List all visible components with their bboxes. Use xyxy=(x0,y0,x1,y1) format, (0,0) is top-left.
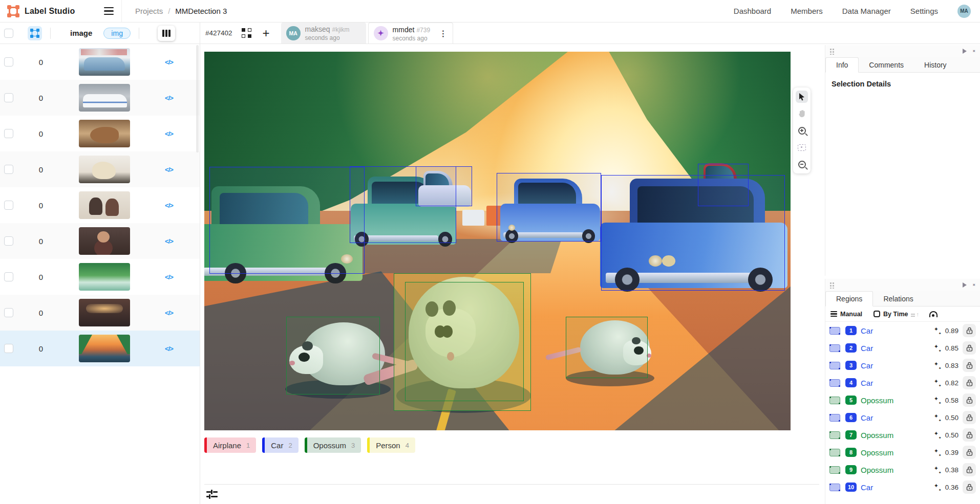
kebab-menu-icon[interactable]: ⋮ xyxy=(439,29,448,38)
region-bbox-car-1[interactable] xyxy=(601,175,784,291)
region-row-10[interactable]: 10Car0.36 xyxy=(825,478,980,496)
task-checkbox[interactable] xyxy=(4,344,13,353)
lock-region-icon[interactable] xyxy=(963,324,976,337)
region-row-2[interactable]: 2Car0.85 xyxy=(825,339,980,357)
breadcrumb-projects[interactable]: Projects xyxy=(135,7,163,15)
region-bbox-car-10[interactable] xyxy=(698,164,748,206)
grid-view-icon[interactable] xyxy=(242,28,251,38)
menu-icon[interactable] xyxy=(100,0,122,23)
task-source-icon[interactable]: </> xyxy=(138,166,200,173)
task-thumbnail-man[interactable] xyxy=(79,227,130,255)
lock-region-icon[interactable] xyxy=(963,359,976,372)
task-thumbnail-dog-white[interactable] xyxy=(79,156,130,183)
task-thumbnail-jungle[interactable] xyxy=(79,263,130,291)
view-settings-icon[interactable] xyxy=(206,490,218,500)
region-bbox-car-6[interactable] xyxy=(416,166,472,206)
task-row[interactable]: 0</> xyxy=(0,151,200,187)
region-row-5[interactable]: 5Opossum0.58 xyxy=(825,391,980,409)
task-source-icon[interactable]: </> xyxy=(138,237,200,245)
task-row[interactable]: 0</> xyxy=(0,331,200,366)
task-source-icon[interactable]: </> xyxy=(138,345,200,353)
task-thumbnail-couple[interactable] xyxy=(79,191,130,219)
lock-region-icon[interactable] xyxy=(963,480,976,494)
task-checkbox[interactable] xyxy=(4,236,13,246)
tab-history[interactable]: History xyxy=(914,57,957,72)
task-row[interactable]: 0</> xyxy=(0,80,200,116)
lock-region-icon[interactable] xyxy=(963,376,976,389)
lock-region-icon[interactable] xyxy=(963,341,976,355)
add-annotation-icon[interactable]: + xyxy=(263,28,270,38)
task-source-icon[interactable]: </> xyxy=(138,58,200,66)
panel-collapse-icon[interactable]: ⌄⌃ xyxy=(972,282,976,288)
drag-handle-icon[interactable] xyxy=(829,282,835,289)
lock-region-icon[interactable] xyxy=(963,411,976,424)
lock-region-icon[interactable] xyxy=(963,446,976,459)
panel-detach-icon[interactable] xyxy=(963,282,967,288)
task-checkbox[interactable] xyxy=(4,308,13,317)
tab-relations[interactable]: Relations xyxy=(873,291,923,306)
task-checkbox[interactable] xyxy=(4,129,13,138)
task-row[interactable]: 0</> xyxy=(0,116,200,151)
panel-detach-icon[interactable] xyxy=(963,49,967,54)
column-header-image[interactable]: image xyxy=(70,29,92,37)
task-source-icon[interactable]: </> xyxy=(138,130,200,138)
task-checkbox[interactable] xyxy=(4,272,13,281)
tab-regions[interactable]: Regions xyxy=(825,291,873,306)
label-button-person[interactable]: Person4 xyxy=(367,437,415,453)
task-row[interactable]: 0</> xyxy=(0,187,200,223)
column-tag-img[interactable]: img xyxy=(103,28,131,39)
region-bbox-opossum-8[interactable] xyxy=(566,317,647,378)
group-mode-dropdown[interactable]: Manual xyxy=(830,311,862,318)
region-row-1[interactable]: 1Car0.89 xyxy=(825,322,980,339)
columns-icon[interactable] xyxy=(158,26,175,41)
region-row-9[interactable]: 9Opossum0.38 xyxy=(825,461,980,478)
pan-tool-icon[interactable] xyxy=(796,107,808,120)
nav-dashboard[interactable]: Dashboard xyxy=(734,7,771,15)
nav-data-manager[interactable]: Data Manager xyxy=(842,7,891,15)
task-checkbox[interactable] xyxy=(4,201,13,210)
select-all-checkbox[interactable] xyxy=(4,29,13,38)
task-source-icon[interactable]: </> xyxy=(138,94,200,102)
nav-settings[interactable]: Settings xyxy=(910,7,938,15)
fit-screen-icon[interactable] xyxy=(796,141,808,154)
tab-comments[interactable]: Comments xyxy=(859,57,914,72)
task-thumbnail-traffic[interactable] xyxy=(79,335,130,362)
region-row-8[interactable]: 8Opossum0.39 xyxy=(825,444,980,461)
region-bbox-opossum-9[interactable] xyxy=(405,282,524,401)
annotation-tab-mmdet[interactable]: ✦mmdet#739seconds ago⋮ xyxy=(368,23,453,43)
label-button-car[interactable]: Car2 xyxy=(262,437,298,453)
lock-region-icon[interactable] xyxy=(963,428,976,442)
task-row[interactable]: 0</> xyxy=(0,44,200,80)
task-checkbox[interactable] xyxy=(4,57,13,67)
region-bbox-car-4[interactable] xyxy=(497,173,601,242)
image-canvas[interactable] xyxy=(204,52,791,430)
task-thumbnail-group[interactable] xyxy=(79,299,130,326)
nav-members[interactable]: Members xyxy=(791,7,823,15)
sidebar-scrollbar[interactable] xyxy=(196,45,199,152)
label-button-opossum[interactable]: Opossum3 xyxy=(305,437,361,453)
panel-collapse-icon[interactable]: ⌄⌃ xyxy=(972,48,976,54)
task-checkbox[interactable] xyxy=(4,93,13,102)
region-bbox-opossum-7[interactable] xyxy=(286,317,380,395)
task-thumbnail-dog-cage[interactable] xyxy=(79,120,130,147)
drag-handle-icon[interactable] xyxy=(829,48,835,55)
task-row[interactable]: 0</> xyxy=(0,259,200,295)
task-source-icon[interactable]: </> xyxy=(138,202,200,209)
task-checkbox[interactable] xyxy=(4,165,13,174)
user-avatar[interactable]: MA xyxy=(957,5,971,18)
tab-info[interactable]: Info xyxy=(825,57,859,73)
task-thumbnail-car-show[interactable] xyxy=(79,48,130,76)
move-tool-icon[interactable] xyxy=(796,91,808,103)
region-select-icon[interactable] xyxy=(28,26,42,40)
toggle-visibility-icon[interactable] xyxy=(929,311,938,317)
task-row[interactable]: 0</> xyxy=(0,223,200,259)
zoom-out-icon[interactable] xyxy=(796,158,808,170)
label-button-airplane[interactable]: Airplane1 xyxy=(204,437,256,453)
region-row-3[interactable]: 3Car0.83 xyxy=(825,357,980,374)
task-thumbnail-police[interactable] xyxy=(79,84,130,112)
region-bbox-car-2[interactable] xyxy=(209,167,364,274)
region-row-7[interactable]: 7Opossum0.50 xyxy=(825,426,980,444)
region-row-6[interactable]: 6Car0.50 xyxy=(825,409,980,426)
task-source-icon[interactable]: </> xyxy=(138,309,200,317)
task-row[interactable]: 0</> xyxy=(0,295,200,331)
